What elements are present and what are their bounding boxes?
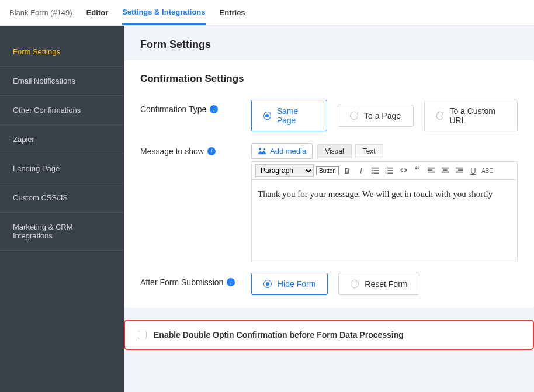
strikethrough-icon[interactable]: ABE bbox=[481, 165, 493, 176]
tab-settings-integrations[interactable]: Settings & Integrations bbox=[122, 1, 205, 25]
radio-icon bbox=[350, 112, 358, 120]
svg-rect-17 bbox=[442, 172, 449, 173]
editor-tab-text[interactable]: Text bbox=[355, 144, 383, 158]
radio-icon bbox=[263, 280, 272, 288]
double-optin-panel: Enable Double Optin Confirmation before … bbox=[124, 320, 534, 350]
sidebar-item-custom-css-js[interactable]: Custom CSS/JS bbox=[0, 183, 124, 213]
sidebar-item-form-settings[interactable]: Form Settings bbox=[0, 37, 124, 67]
svg-rect-12 bbox=[428, 168, 435, 169]
quote-icon[interactable]: “ bbox=[411, 165, 423, 176]
svg-rect-11 bbox=[387, 173, 393, 174]
svg-rect-14 bbox=[428, 172, 435, 173]
bullet-list-icon[interactable] bbox=[369, 165, 381, 176]
double-optin-label: Enable Double Optin Confirmation before … bbox=[154, 330, 404, 339]
italic-icon[interactable]: I bbox=[355, 165, 367, 176]
tab-entries[interactable]: Entries bbox=[220, 1, 245, 24]
info-icon[interactable]: i bbox=[210, 105, 218, 113]
svg-point-0 bbox=[372, 167, 373, 168]
svg-rect-15 bbox=[442, 168, 449, 169]
tab-editor[interactable]: Editor bbox=[86, 1, 109, 24]
sidebar-item-landing-page[interactable]: Landing Page bbox=[0, 154, 124, 183]
message-label: Message to show bbox=[140, 147, 204, 156]
message-editor[interactable]: Thank you for your message. We will get … bbox=[251, 179, 518, 261]
svg-rect-9 bbox=[387, 170, 393, 171]
svg-point-4 bbox=[372, 172, 373, 174]
align-center-icon[interactable] bbox=[439, 165, 451, 176]
sidebar: Form Settings Email Notifications Other … bbox=[0, 26, 124, 392]
top-nav: Blank Form (#149) Editor Settings & Inte… bbox=[0, 0, 534, 26]
svg-rect-5 bbox=[373, 173, 379, 174]
editor-tab-visual[interactable]: Visual bbox=[317, 144, 351, 158]
option-reset-form[interactable]: Reset Form bbox=[338, 273, 419, 295]
align-right-icon[interactable] bbox=[453, 165, 465, 176]
svg-rect-16 bbox=[443, 169, 447, 171]
sidebar-item-zapier[interactable]: Zapier bbox=[0, 125, 124, 154]
info-icon[interactable]: i bbox=[207, 147, 216, 155]
underline-icon[interactable]: U bbox=[467, 165, 479, 176]
svg-rect-18 bbox=[456, 168, 463, 169]
svg-point-2 bbox=[372, 170, 373, 171]
media-icon bbox=[258, 147, 266, 155]
info-icon[interactable]: i bbox=[227, 278, 235, 286]
svg-rect-3 bbox=[373, 170, 379, 171]
page-title: Form Settings bbox=[124, 26, 534, 60]
svg-rect-13 bbox=[428, 169, 432, 171]
radio-icon bbox=[351, 280, 359, 288]
bold-icon[interactable]: B bbox=[341, 165, 353, 176]
align-left-icon[interactable] bbox=[425, 165, 437, 176]
confirmation-settings-panel: Confirmation Settings Confirmation Type … bbox=[124, 60, 534, 308]
option-same-page[interactable]: Same Page bbox=[251, 100, 327, 131]
sidebar-item-email-notifications[interactable]: Email Notifications bbox=[0, 67, 124, 96]
radio-icon bbox=[436, 112, 443, 120]
editor-toolbar: Paragraph Button B I 123 “ U ABE bbox=[251, 161, 518, 179]
radio-icon bbox=[263, 112, 271, 120]
link-icon[interactable] bbox=[397, 165, 409, 176]
form-title: Blank Form (#149) bbox=[9, 8, 72, 17]
sidebar-item-other-confirmations[interactable]: Other Confirmations bbox=[0, 96, 124, 125]
svg-rect-1 bbox=[373, 168, 379, 169]
option-to-a-page[interactable]: To a Page bbox=[338, 105, 414, 127]
svg-text:3: 3 bbox=[385, 172, 387, 175]
option-hide-form[interactable]: Hide Form bbox=[251, 273, 328, 295]
after-submission-label: After Form Submission bbox=[140, 277, 223, 287]
sidebar-item-marketing-crm[interactable]: Marketing & CRM Integrations bbox=[0, 213, 124, 251]
svg-rect-19 bbox=[458, 169, 463, 171]
option-to-a-custom-url[interactable]: To a Custom URL bbox=[424, 100, 518, 131]
panel-title: Confirmation Settings bbox=[140, 73, 518, 85]
button-style-button[interactable]: Button bbox=[316, 166, 339, 175]
confirmation-type-label: Confirmation Type bbox=[140, 105, 206, 114]
numbered-list-icon[interactable]: 123 bbox=[383, 165, 395, 176]
paragraph-select[interactable]: Paragraph bbox=[255, 164, 314, 177]
svg-rect-20 bbox=[456, 172, 463, 173]
double-optin-checkbox[interactable] bbox=[138, 331, 147, 339]
svg-rect-7 bbox=[387, 168, 393, 169]
add-media-button[interactable]: Add media bbox=[251, 143, 313, 159]
